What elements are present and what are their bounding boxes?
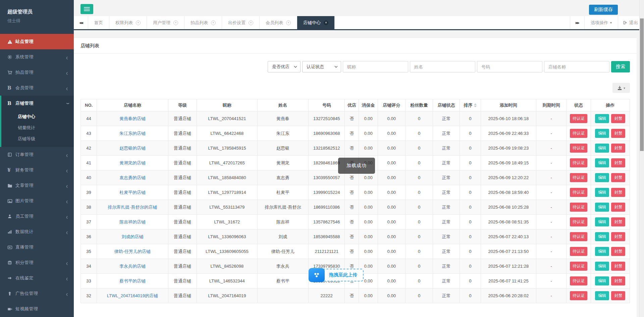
status-badge[interactable]: 待认证 [570, 217, 587, 226]
tab-home[interactable]: 首页 [88, 16, 109, 29]
edit-button[interactable]: 编辑 [595, 291, 609, 300]
shop-link[interactable]: 杜麦平的店铺 [119, 190, 146, 195]
close-icon[interactable]: × [136, 20, 141, 25]
shop-link[interactable]: 蔡书平的店铺 [119, 278, 146, 283]
options-dropdown[interactable]: 选项操作 ▾ [585, 16, 618, 29]
shop-link[interactable]: LTWL_2047164019的店铺 [107, 293, 158, 298]
sidebar-item-member[interactable]: B会员管理‹ [0, 80, 74, 96]
sidebar-item-shop-level[interactable]: 店铺等级 [1, 133, 74, 144]
sidebar-item-stats[interactable]: 数据统计‹ [0, 224, 74, 240]
ban-button[interactable]: 封禁 [611, 217, 625, 226]
status-badge[interactable]: 待认证 [570, 291, 587, 300]
shop-link[interactable]: 黄潮龙的店铺 [119, 160, 146, 165]
edit-button[interactable]: 编辑 [595, 188, 609, 197]
sidebar-item-points[interactable]: 积分管理‹ [0, 255, 74, 270]
tab-member-list[interactable]: 会员列表× [260, 16, 297, 29]
status-badge[interactable]: 待认证 [570, 188, 587, 197]
ban-button[interactable]: 封禁 [611, 262, 625, 271]
ban-button[interactable]: 封禁 [611, 276, 625, 285]
edit-button[interactable]: 编辑 [595, 232, 609, 241]
shop-link[interactable]: 黄燕春的店铺 [119, 116, 146, 121]
status-badge[interactable]: 待认证 [570, 276, 587, 285]
edit-button[interactable]: 编辑 [595, 158, 609, 167]
shop-link[interactable]: 袁志勇的店铺 [119, 175, 146, 180]
sort-icon[interactable] [474, 103, 477, 107]
close-icon[interactable]: × [324, 20, 328, 25]
sidebar-item-system[interactable]: 系统管理‹ [0, 49, 74, 65]
edit-button[interactable]: 编辑 [595, 144, 609, 153]
sidebar-item-ads[interactable]: 广告位管理‹ [0, 286, 74, 301]
edit-button[interactable]: 编辑 [595, 114, 609, 123]
tab-shop-center[interactable]: 店铺中心× [297, 16, 335, 29]
export-button[interactable]: ▾ [612, 83, 630, 93]
ban-button[interactable]: 封禁 [611, 144, 625, 153]
menu-toggle-button[interactable] [80, 4, 93, 14]
close-icon[interactable]: × [173, 20, 178, 25]
ban-button[interactable]: 封禁 [611, 129, 625, 138]
close-icon[interactable]: × [286, 20, 291, 25]
sidebar-item-auction[interactable]: 拍品管理‹ [0, 65, 74, 80]
name-input[interactable] [410, 61, 475, 72]
ban-button[interactable]: 封禁 [611, 173, 625, 182]
status-badge[interactable]: 待认证 [570, 173, 587, 182]
status-badge[interactable]: 待认证 [570, 203, 587, 212]
close-icon[interactable]: × [249, 20, 253, 25]
cert-status-select[interactable]: 认证状态 [302, 61, 341, 72]
status-badge[interactable]: 待认证 [570, 247, 587, 256]
sidebar-item-site[interactable]: 站点管理 [0, 34, 74, 49]
sidebar-item-shop-center[interactable]: 店铺中心 [1, 111, 74, 122]
edit-button[interactable]: 编辑 [595, 247, 609, 256]
status-badge[interactable]: 待认证 [570, 158, 587, 167]
sidebar-item-article[interactable]: 文章管理‹ [0, 178, 74, 193]
ban-button[interactable]: 封禁 [611, 203, 625, 212]
close-icon[interactable]: × [211, 20, 216, 25]
scrollbar[interactable] [639, 0, 644, 317]
shop-link[interactable]: 陈吉祥的店铺 [119, 219, 146, 224]
edit-button[interactable]: 编辑 [595, 262, 609, 271]
shop-link[interactable]: 排尔库扎提·吾舒尔的店铺 [108, 205, 157, 210]
scrollbar-thumb[interactable] [640, 18, 644, 151]
phone-input[interactable] [477, 61, 542, 72]
ban-button[interactable]: 封禁 [611, 232, 625, 241]
tab-user-management[interactable]: 用户管理× [147, 16, 184, 29]
status-badge[interactable]: 待认证 [570, 129, 587, 138]
status-badge[interactable]: 待认证 [570, 262, 587, 271]
sidebar-item-video[interactable]: 短视频管理 [0, 301, 74, 317]
shop-name-input[interactable] [544, 61, 609, 72]
tab-permission-list[interactable]: 权限列表× [109, 16, 147, 29]
edit-button[interactable]: 编辑 [595, 129, 609, 138]
ban-button[interactable]: 封禁 [611, 291, 625, 300]
tab-auction-list[interactable]: 拍品列表× [184, 16, 222, 29]
ban-button[interactable]: 封禁 [611, 247, 625, 256]
status-badge[interactable]: 待认证 [570, 232, 587, 241]
edit-button[interactable]: 编辑 [595, 203, 609, 212]
search-button[interactable]: 搜索 [611, 61, 630, 72]
nickname-input[interactable] [343, 61, 408, 72]
ban-button[interactable]: 封禁 [611, 114, 625, 123]
sidebar-item-sales-stats[interactable]: 销量统计 [1, 122, 74, 133]
shop-link[interactable]: 律助-任芳儿的店铺 [114, 249, 151, 254]
shop-link[interactable]: 刘成的店铺 [121, 234, 143, 239]
ban-button[interactable]: 封禁 [611, 188, 625, 197]
shop-link[interactable]: 朱江东的店铺 [119, 131, 146, 136]
refresh-cache-button[interactable]: 刷新缓存 [589, 5, 618, 15]
sidebar-item-image[interactable]: 图片管理‹ [0, 193, 74, 209]
sidebar-item-appraisal[interactable]: 在线鉴定‹ [0, 270, 74, 286]
tabs-scroll-left-button[interactable]: ◀◀ [74, 16, 88, 29]
edit-button[interactable]: 编辑 [595, 173, 609, 182]
sidebar-item-finance[interactable]: ¥财务管理‹ [0, 162, 74, 178]
shop-link[interactable]: 赵思银的店铺 [119, 146, 146, 151]
edit-button[interactable]: 编辑 [595, 217, 609, 226]
shop-link[interactable]: 李永兵的店铺 [119, 264, 146, 269]
tab-bid-settings[interactable]: 出价设置× [222, 16, 260, 29]
sidebar-item-staff[interactable]: 员工管理‹ [0, 209, 74, 224]
ban-button[interactable]: 封禁 [611, 158, 625, 167]
sidebar-item-shop[interactable]: B店铺管理‹ [1, 96, 74, 111]
status-badge[interactable]: 待认证 [570, 144, 587, 153]
tabs-scroll-right-button[interactable]: ▶▶ [570, 16, 585, 29]
edit-button[interactable]: 编辑 [595, 276, 609, 285]
sidebar-item-order[interactable]: 订单管理‹ [0, 147, 74, 162]
is-best-shop-select[interactable]: 是否优店 [268, 61, 301, 72]
sidebar-item-live[interactable]: 直播管理 [0, 240, 74, 255]
status-badge[interactable]: 待认证 [570, 114, 587, 123]
